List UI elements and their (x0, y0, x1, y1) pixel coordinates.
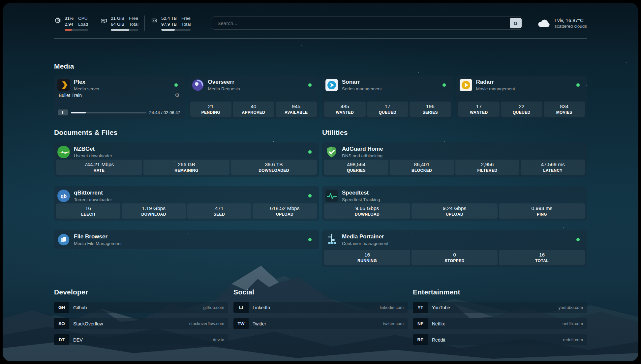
service-card-filebrowser[interactable]: File Browser Media File Management (54, 230, 319, 249)
stat-label: DOWNLOAD (141, 212, 166, 217)
service-card-radarr[interactable]: Radarr Movie management 17 WANTED 22 QUE… (456, 76, 587, 119)
stat-value: 40 (251, 104, 256, 109)
cpu-labels: CPULoad (78, 15, 88, 27)
stat-label: BLOCKED (412, 168, 432, 173)
stat-ping: 0.993 ms PING (499, 203, 585, 219)
bookmark-name: Reddit (432, 337, 445, 343)
bookmark-linkedin[interactable]: LI LinkedIn linkedin.com (233, 302, 408, 313)
stat-approved: 40 APPROVED (233, 102, 274, 117)
bookmark-netflix[interactable]: NF Netflix netflix.com (413, 318, 587, 329)
bookmark-dev[interactable]: DT DEV dev.to (54, 334, 228, 345)
memory-widget: 21 GiB64 GiB FreeTotal (94, 15, 144, 30)
playback-progress-bar[interactable] (71, 112, 146, 113)
stat-label: QUEUED (513, 110, 531, 115)
bookmark-youtube[interactable]: YT YouTube youtube.com (413, 302, 587, 313)
search-provider-button[interactable]: G (510, 18, 522, 28)
service-name: qBittorrent (74, 190, 112, 196)
service-name: Radarr (476, 79, 515, 85)
bookmark-url: twitter.com (383, 321, 404, 326)
search-input[interactable] (213, 20, 509, 26)
service-name: Overseerr (208, 79, 240, 85)
stat-running: 16 RUNNING (324, 250, 410, 265)
bookmark-name: Netflix (432, 321, 445, 326)
disk-widget: 52.4 TB97.9 TB FreeTotal (144, 15, 197, 30)
search-bar: G (212, 16, 523, 30)
stat-label: FILTERED (477, 168, 497, 173)
bookmark-group-entertainment: Entertainment YT YouTube youtube.com NF … (413, 288, 587, 345)
topbar-divider (54, 38, 587, 39)
bookmark-stackoverflow[interactable]: SO StackOverflow stackoverflow.com (54, 318, 228, 329)
stat-value: 196 (426, 104, 435, 109)
service-subtitle: Container management (342, 241, 388, 246)
stat-value: 2,956 (481, 162, 494, 167)
topbar: 31%2.94 CPULoad (54, 13, 587, 34)
stat-label: TOTAL (535, 258, 549, 263)
stat-label: DOWNLOADED (259, 168, 289, 173)
cpu-chip-icon (54, 17, 61, 24)
stat-pending: 21 PENDING (190, 102, 232, 117)
stat-value: 9.24 Gbps (443, 205, 467, 211)
stat-seed: 471 SEED (187, 203, 252, 219)
stat-latency: 47.569 ms LATENCY (521, 160, 585, 175)
bookmark-reddit[interactable]: RE Reddit reddit.com (413, 334, 587, 345)
bookmark-abbr: LI (233, 302, 249, 313)
service-card-portainer[interactable]: Media Portainer Container management 16 … (322, 230, 587, 267)
stat-queued: 22 QUEUED (501, 102, 542, 117)
stat-value: 39.6 TB (265, 162, 283, 167)
stat-blocked: 86,401 BLOCKED (390, 160, 454, 175)
stat-value: 498,564 (347, 162, 365, 167)
stat-value: 618.52 Mbps (270, 205, 300, 211)
service-card-adguard[interactable]: AdGuard Home DNS and adblocking 498,564 … (322, 142, 587, 177)
service-subtitle: Series management (342, 86, 382, 91)
stat-value: 834 (560, 104, 568, 109)
stat-value: 485 (341, 104, 349, 109)
service-subtitle: Torrent downloader (74, 197, 112, 202)
stat-label: DOWNLOAD (355, 212, 380, 217)
bookmark-github[interactable]: GH Github github.com (54, 302, 228, 313)
bookmark-abbr: TW (233, 318, 249, 329)
stat-upload: 9.24 Gbps UPLOAD (412, 203, 498, 219)
cpu-widget: 31%2.94 CPULoad (54, 15, 94, 30)
bookmark-abbr: NF (413, 318, 428, 329)
bookmark-url: linkedin.com (380, 305, 404, 310)
service-name: AdGuard Home (342, 146, 383, 152)
service-subtitle: Movie management (476, 86, 515, 91)
stat-value: 0.993 ms (532, 205, 553, 211)
bookmark-name: LinkedIn (253, 305, 270, 310)
gear-icon[interactable]: ⚙ (175, 93, 179, 98)
pause-button[interactable] (58, 109, 68, 115)
stat-label: LATENCY (543, 168, 563, 173)
memory-icon (100, 17, 107, 24)
service-card-plex[interactable]: Plex Media server Bullet Train ⚙ 24:44 /… (54, 76, 185, 119)
bookmark-name: StackOverflow (73, 321, 103, 326)
disk-labels: FreeTotal (181, 15, 191, 27)
service-card-speedtest[interactable]: Speedtest Speedtest Tracking 9.65 Gbps D… (322, 186, 587, 221)
stat-leech: 16 LEECH (56, 203, 120, 219)
bookmark-name: DEV (73, 337, 83, 343)
bookmark-twitter[interactable]: TW Twitter twitter.com (233, 318, 408, 329)
stat-label: STOPPED (445, 258, 465, 263)
stat-label: RATE (94, 168, 105, 173)
stat-download: 1.19 Gbps DOWNLOAD (122, 203, 186, 219)
service-card-qbittorrent[interactable]: qb qBittorrent Torrent downloader 16 LEE… (54, 186, 319, 221)
stat-value: 86,401 (414, 162, 429, 167)
stat-filtered: 2,956 FILTERED (455, 160, 520, 175)
service-card-nzbget[interactable]: nzbget NZBGet Usenet downloader 744.21 M… (54, 142, 319, 177)
stat-label: MOVIES (556, 110, 572, 115)
memory-values: 21 GiB64 GiB (111, 15, 124, 27)
stat-label: APPROVED (242, 110, 265, 115)
section-title-social: Social (233, 288, 408, 296)
cloud-icon (537, 18, 551, 28)
stat-queued: 17 QUEUED (367, 102, 409, 117)
status-dot (308, 238, 312, 241)
service-card-overseerr[interactable]: Overseerr Media Requests 21 PENDING 40 A… (188, 76, 319, 119)
stat-label: RUNNING (357, 258, 377, 263)
cpu-usage-bar (65, 29, 88, 31)
service-name: Sonarr (342, 79, 382, 85)
stat-label: PING (537, 212, 547, 217)
stat-total: 16 TOTAL (499, 250, 585, 265)
service-card-sonarr[interactable]: Sonarr Series management 485 WANTED 17 Q… (322, 76, 453, 119)
status-dot (443, 83, 446, 87)
bookmark-abbr: YT (413, 302, 428, 313)
sonarr-icon (325, 79, 338, 91)
